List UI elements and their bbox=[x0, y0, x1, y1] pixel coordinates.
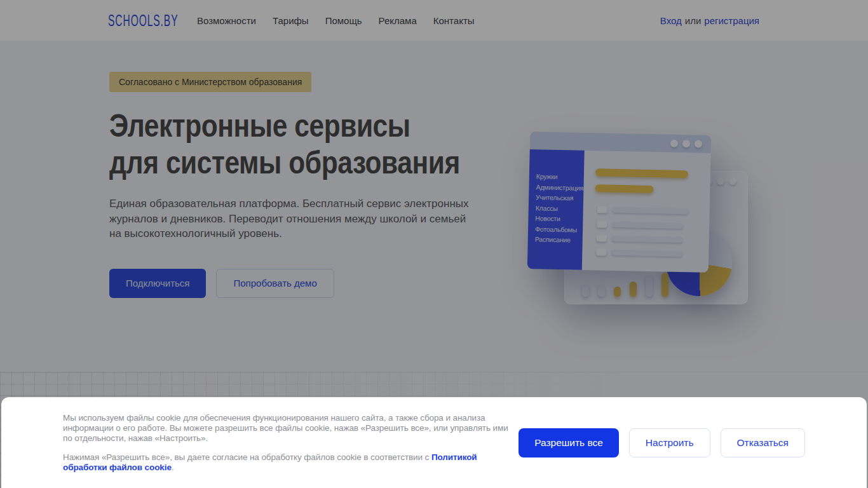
configure-cookies-button[interactable]: Настроить bbox=[629, 428, 710, 458]
cookie-paragraph-2: Нажимая «Разрешить все», вы даете соглас… bbox=[63, 452, 514, 473]
cookie-banner-text: Мы используем файлы cookie для обеспечен… bbox=[63, 413, 514, 473]
allow-all-cookies-button[interactable]: Разрешить все bbox=[519, 428, 619, 458]
cookie-paragraph-1: Мы используем файлы cookie для обеспечен… bbox=[63, 413, 514, 444]
decline-cookies-button[interactable]: Отказаться bbox=[721, 428, 805, 458]
cookie-paragraph-2-suffix: . bbox=[172, 463, 174, 472]
cookie-paragraph-2-prefix: Нажимая «Разрешить все», вы даете соглас… bbox=[63, 452, 431, 462]
cookie-banner: Мы используем файлы cookie для обеспечен… bbox=[1, 397, 867, 488]
cookie-actions: Разрешить все Настроить Отказаться bbox=[519, 428, 805, 458]
